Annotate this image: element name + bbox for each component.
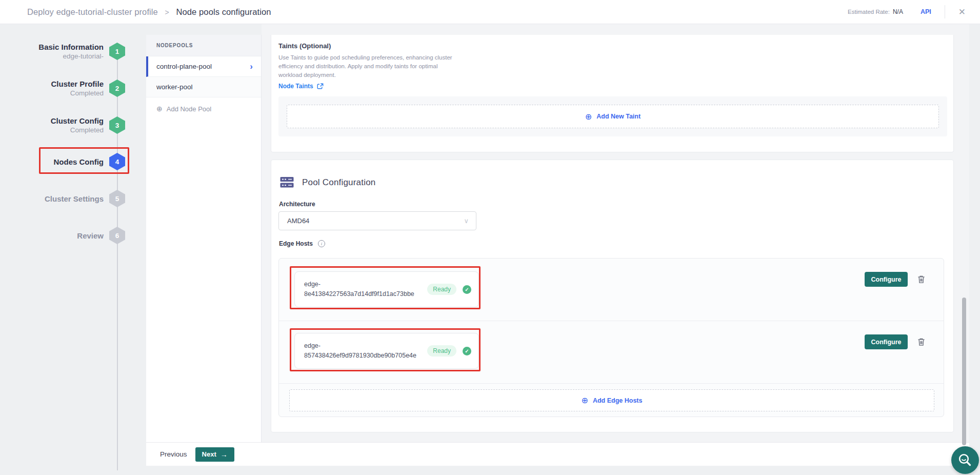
breadcrumb: Deploy edge-tutorial-cluster profile > N… (27, 7, 271, 17)
step-badge-5: 5 (109, 190, 125, 207)
pool-configuration-header: Pool Configuration (280, 176, 375, 188)
external-link-icon (317, 83, 324, 90)
nodepool-name: worker-pool (156, 83, 193, 91)
taints-description-line: workload deployment. (278, 71, 953, 80)
annotation-box-edge-host-1 (290, 266, 481, 309)
step-subtitle: Completed (10, 126, 104, 135)
step-number: 6 (115, 232, 119, 240)
step-title: Cluster Config (10, 116, 104, 126)
taints-section-title: Taints (Optional) (278, 42, 953, 50)
breadcrumb-profile: Deploy edge-tutorial-cluster profile (27, 7, 158, 16)
taints-list-container: ⊕ Add New Taint (278, 96, 947, 136)
magnifier-smile-icon (957, 452, 973, 468)
breadcrumb-separator: > (165, 8, 169, 16)
wizard-header: Deploy edge-tutorial-cluster profile > N… (0, 0, 980, 24)
circle-plus-icon: ⊕ (585, 112, 592, 122)
annotation-box-edge-host-2 (290, 328, 481, 371)
add-node-pool-label: Add Node Pool (167, 105, 211, 113)
circle-plus-icon: ⊕ (582, 395, 588, 405)
next-button-label: Next (202, 450, 216, 458)
circle-plus-icon: ⊕ (156, 105, 163, 113)
taints-description-line: efficiency and distribution. Apply and m… (278, 62, 953, 71)
add-edge-hosts-label: Add Edge Hosts (593, 397, 643, 404)
step-number: 2 (115, 85, 119, 92)
close-icon[interactable]: ✕ (958, 8, 966, 16)
step-title: Cluster Profile (10, 79, 104, 89)
step-number: 3 (115, 122, 119, 129)
step-badge-1: 1 (109, 43, 125, 60)
info-icon[interactable]: i (318, 240, 325, 247)
estimated-rate-label: Estimated Rate: (848, 9, 890, 15)
nodepools-panel: NODEPOOLS control-plane-pool › worker-po… (146, 35, 262, 442)
trash-icon[interactable] (917, 338, 925, 348)
step-review[interactable]: Review 6 (21, 224, 128, 247)
taints-section-card: Taints (Optional) Use Taints to guide po… (271, 35, 954, 152)
edge-hosts-label-row: Edge Hosts i (279, 240, 325, 247)
step-title: Cluster Settings (10, 194, 104, 204)
add-edge-hosts-row: ⊕ Add Edge Hosts (279, 384, 944, 417)
step-number: 1 (115, 48, 119, 55)
chevron-right-icon: › (250, 62, 253, 71)
add-new-taint-label: Add New Taint (596, 113, 641, 120)
step-text: Review (10, 231, 104, 241)
step-text: Basic Information edge-tutorial- (10, 42, 104, 61)
taints-description: Use Taints to guide pod scheduling prefe… (278, 53, 953, 80)
content-scroll-area: Taints (Optional) Use Taints to guide po… (262, 24, 969, 442)
step-subtitle: edge-tutorial- (10, 52, 104, 61)
step-number: 5 (115, 195, 119, 203)
step-badge-6: 6 (109, 227, 125, 244)
search-help-fab[interactable] (951, 446, 979, 474)
step-text: Cluster Profile Completed (10, 79, 104, 98)
step-cluster-profile[interactable]: Cluster Profile Completed 2 (21, 76, 128, 100)
step-cluster-config[interactable]: Cluster Config Completed 3 (21, 113, 128, 137)
nodepool-name: control-plane-pool (156, 63, 212, 70)
header-divider (945, 5, 945, 18)
estimated-rate-value: N/A (893, 8, 903, 15)
add-new-taint-button[interactable]: ⊕ Add New Taint (287, 105, 939, 128)
taints-description-line: Use Taints to guide pod scheduling prefe… (278, 53, 953, 62)
nodepools-header: NODEPOOLS (146, 35, 261, 56)
step-cluster-settings[interactable]: Cluster Settings 5 (21, 187, 128, 210)
node-taints-link[interactable]: Node Taints (278, 83, 953, 90)
architecture-select[interactable]: AMD64 ∨ (278, 211, 476, 230)
node-taints-link-label: Node Taints (278, 83, 313, 90)
step-text: Cluster Config Completed (10, 116, 104, 135)
wizard-footer: Previous Next → (146, 442, 969, 466)
previous-button[interactable]: Previous (160, 450, 187, 458)
step-basic-information[interactable]: Basic Information edge-tutorial- 1 (21, 39, 128, 63)
configure-button[interactable]: Configure (865, 334, 908, 349)
architecture-value: AMD64 (287, 217, 309, 225)
edge-hosts-label: Edge Hosts (279, 240, 313, 247)
nodepool-item-worker-pool[interactable]: worker-pool (146, 77, 261, 97)
nodepool-item-control-plane-pool[interactable]: control-plane-pool › (146, 56, 261, 77)
add-node-pool-button[interactable]: ⊕ Add Node Pool (146, 105, 261, 113)
pool-configuration-title: Pool Configuration (302, 177, 375, 188)
deploy-cluster-wizard: Deploy edge-tutorial-cluster profile > N… (0, 0, 980, 475)
step-title: Basic Information (10, 42, 104, 52)
step-subtitle: Completed (10, 89, 104, 98)
step-badge-2: 2 (109, 80, 125, 97)
header-actions: Estimated Rate: N/A API ✕ (848, 5, 980, 18)
breadcrumb-page-title: Node pools configuration (176, 7, 271, 16)
annotation-box-nodes-config-step (39, 147, 129, 174)
api-link[interactable]: API (921, 8, 931, 15)
architecture-label: Architecture (279, 201, 315, 208)
step-badge-3: 3 (109, 116, 125, 134)
step-text: Cluster Settings (10, 194, 104, 204)
stepper-connector-line (117, 49, 118, 470)
vertical-scrollbar-thumb[interactable] (962, 298, 966, 445)
add-edge-hosts-button[interactable]: ⊕ Add Edge Hosts (289, 389, 934, 411)
configure-button[interactable]: Configure (865, 272, 908, 287)
trash-icon[interactable] (917, 275, 925, 285)
next-button[interactable]: Next → (195, 447, 234, 462)
chevron-down-icon: ∨ (464, 217, 469, 225)
wizard-stepper: Basic Information edge-tutorial- 1 Clust… (0, 24, 146, 475)
server-rack-icon (280, 176, 294, 188)
arrow-right-icon: → (221, 450, 228, 459)
step-title: Review (10, 231, 104, 241)
